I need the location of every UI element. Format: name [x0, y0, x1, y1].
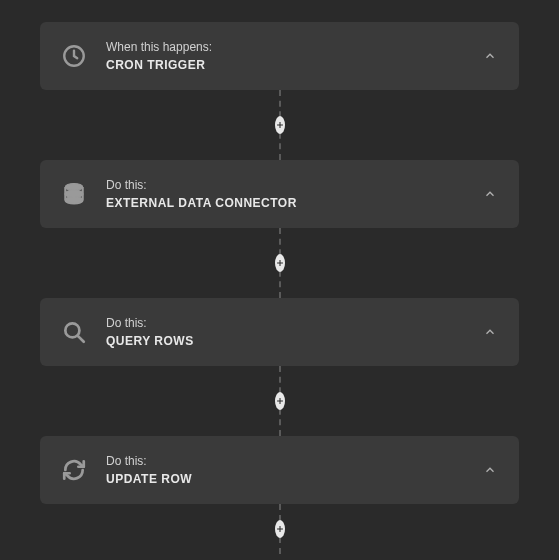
- svg-point-2: [65, 190, 82, 197]
- step-label: Do this:: [106, 454, 481, 468]
- add-step-button[interactable]: [275, 520, 285, 538]
- add-step-button[interactable]: [275, 392, 285, 410]
- step-query-rows[interactable]: Do this: QUERY ROWS: [40, 298, 519, 366]
- connector: [279, 504, 281, 554]
- svg-point-3: [65, 196, 82, 203]
- refresh-icon: [60, 456, 88, 484]
- step-cron-trigger[interactable]: When this happens: CRON TRIGGER: [40, 22, 519, 90]
- step-text: Do this: UPDATE ROW: [106, 454, 481, 486]
- step-update-row[interactable]: Do this: UPDATE ROW: [40, 436, 519, 504]
- step-label: Do this:: [106, 316, 481, 330]
- clock-icon: [60, 42, 88, 70]
- workflow-flow: When this happens: CRON TRIGGER Do this:…: [0, 22, 559, 554]
- step-text: When this happens: CRON TRIGGER: [106, 40, 481, 72]
- chevron-up-icon[interactable]: [481, 461, 499, 479]
- step-text: Do this: QUERY ROWS: [106, 316, 481, 348]
- svg-point-1: [65, 183, 82, 190]
- search-icon: [60, 318, 88, 346]
- step-title: EXTERNAL DATA CONNECTOR: [106, 196, 481, 210]
- step-text: Do this: EXTERNAL DATA CONNECTOR: [106, 178, 481, 210]
- connector: [279, 90, 281, 160]
- chevron-up-icon[interactable]: [481, 323, 499, 341]
- chevron-up-icon[interactable]: [481, 185, 499, 203]
- chevron-up-icon[interactable]: [481, 47, 499, 65]
- add-step-button[interactable]: [275, 116, 285, 134]
- step-label: Do this:: [106, 178, 481, 192]
- step-external-data-connector[interactable]: Do this: EXTERNAL DATA CONNECTOR: [40, 160, 519, 228]
- database-icon: [60, 180, 88, 208]
- connector: [279, 366, 281, 436]
- step-label: When this happens:: [106, 40, 481, 54]
- add-step-button[interactable]: [275, 254, 285, 272]
- step-title: QUERY ROWS: [106, 334, 481, 348]
- connector: [279, 228, 281, 298]
- step-title: CRON TRIGGER: [106, 58, 481, 72]
- svg-point-4: [65, 323, 79, 337]
- step-title: UPDATE ROW: [106, 472, 481, 486]
